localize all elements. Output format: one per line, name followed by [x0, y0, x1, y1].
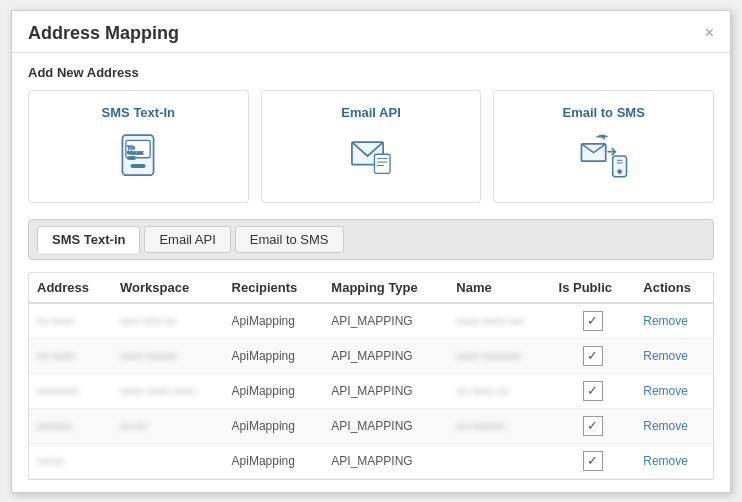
cell-mapping-type: API_MAPPING [323, 443, 448, 478]
address-mapping-modal: Address Mapping × Add New Address SMS Te… [11, 10, 731, 493]
cell-recipients: ApiMapping [224, 303, 324, 339]
cell-recipients: ApiMapping [224, 338, 324, 373]
modal-header: Address Mapping × [12, 11, 730, 53]
cell-mapping-type: API_MAPPING [323, 373, 448, 408]
cell-address: ••• •••••• [29, 338, 112, 373]
cell-mapping-type: API_MAPPING [323, 408, 448, 443]
remove-link[interactable]: Remove [643, 419, 688, 433]
cell-name: ••• •••••• ••• [448, 373, 550, 408]
cell-address: ••••••• [29, 443, 112, 478]
cell-action: Remove [635, 303, 713, 339]
cell-recipients: ApiMapping [224, 373, 324, 408]
is-public-checkbox[interactable] [583, 381, 603, 401]
cell-address: ••• •••••• [29, 303, 112, 339]
cell-is-public [551, 443, 636, 478]
cell-workspace: ••••• ••••• ••• [112, 303, 224, 339]
email-to-sms-card[interactable]: Email to SMS [493, 90, 714, 203]
col-mapping-type: Mapping Type [323, 273, 448, 303]
remove-link[interactable]: Remove [643, 314, 688, 328]
cell-name: ••• ••••••••• [448, 408, 550, 443]
email-api-icon [345, 130, 397, 188]
email-to-sms-label: Email to SMS [563, 105, 645, 120]
table-row: ••••••••••••••••• •••••• ••••••ApiMappin… [29, 373, 713, 408]
cell-action: Remove [635, 408, 713, 443]
table-row: •••••••ApiMappingAPI_MAPPING Remove [29, 443, 713, 478]
email-api-card[interactable]: Email API [261, 90, 482, 203]
col-address: Address [29, 273, 112, 303]
table-body: ••• ••••••••••• ••••• •••ApiMappingAPI_M… [29, 303, 713, 479]
svg-text:-xxx: -xxx [128, 154, 135, 159]
is-public-checkbox[interactable] [583, 311, 603, 331]
is-public-checkbox[interactable] [583, 416, 603, 436]
table-row: ••• ••••••••••• ••••• •••ApiMappingAPI_M… [29, 303, 713, 339]
cell-is-public [551, 373, 636, 408]
remove-link[interactable]: Remove [643, 454, 688, 468]
cell-workspace: •••••• •••••••• [112, 338, 224, 373]
cell-recipients: ApiMapping [224, 408, 324, 443]
table-row: •••••••••••• •••ApiMappingAPI_MAPPING•••… [29, 408, 713, 443]
cell-recipients: ApiMapping [224, 443, 324, 478]
close-button[interactable]: × [705, 25, 714, 41]
cell-action: Remove [635, 443, 713, 478]
cell-is-public [551, 303, 636, 339]
col-actions: Actions [635, 273, 713, 303]
cell-address: ••••••••• [29, 408, 112, 443]
sms-text-in-card[interactable]: SMS Text-In TO: 04xx-xxx -xxx [28, 90, 249, 203]
cell-name: •••••• •••••• •••• [448, 303, 550, 339]
email-to-sms-icon [578, 130, 630, 188]
is-public-checkbox[interactable] [583, 346, 603, 366]
cell-name [448, 443, 550, 478]
table-header-row: Address Workspace Recipients Mapping Typ… [29, 273, 713, 303]
tab-sms-text-in[interactable]: SMS Text-in [37, 226, 140, 253]
cell-mapping-type: API_MAPPING [323, 303, 448, 339]
col-name: Name [448, 273, 550, 303]
cell-workspace [112, 443, 224, 478]
address-table: Address Workspace Recipients Mapping Typ… [29, 273, 713, 479]
svg-point-16 [618, 169, 621, 172]
tab-email-api[interactable]: Email API [144, 226, 230, 253]
modal-title: Address Mapping [28, 23, 179, 44]
cell-is-public [551, 338, 636, 373]
cell-action: Remove [635, 373, 713, 408]
remove-link[interactable]: Remove [643, 349, 688, 363]
cell-workspace: ••• ••• [112, 408, 224, 443]
col-recipients: Recipients [224, 273, 324, 303]
cell-address: ••••••••••• [29, 373, 112, 408]
sms-text-in-label: SMS Text-In [102, 105, 175, 120]
tabs-bar: SMS Text-in Email API Email to SMS [28, 219, 714, 260]
modal-body: Add New Address SMS Text-In TO: 04xx-xxx… [12, 53, 730, 492]
cell-is-public [551, 408, 636, 443]
card-row: SMS Text-In TO: 04xx-xxx -xxx Email API [28, 90, 714, 203]
cell-mapping-type: API_MAPPING [323, 338, 448, 373]
cell-workspace: •••••• •••••• •••••• [112, 373, 224, 408]
cell-name: •••••• •••••••••• [448, 338, 550, 373]
remove-link[interactable]: Remove [643, 384, 688, 398]
email-api-label: Email API [341, 105, 400, 120]
svg-rect-5 [131, 164, 145, 167]
table-row: ••• •••••••••••• ••••••••ApiMappingAPI_M… [29, 338, 713, 373]
sms-icon: TO: 04xx-xxx -xxx [112, 130, 164, 188]
tab-email-to-sms[interactable]: Email to SMS [235, 226, 344, 253]
cell-action: Remove [635, 338, 713, 373]
col-is-public: Is Public [551, 273, 636, 303]
is-public-checkbox[interactable] [583, 451, 603, 471]
col-workspace: Workspace [112, 273, 224, 303]
svg-rect-7 [374, 154, 390, 173]
svg-text:TO:: TO: [128, 145, 135, 150]
address-table-container: Address Workspace Recipients Mapping Typ… [28, 272, 714, 480]
add-new-label: Add New Address [28, 65, 714, 80]
